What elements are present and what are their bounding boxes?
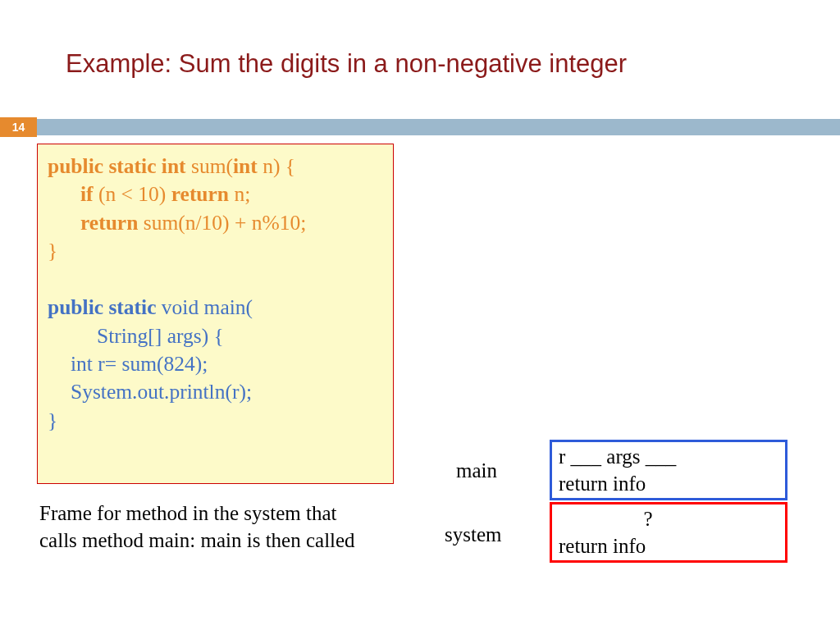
slide-title: Example: Sum the digits in a non-negativ… (66, 49, 627, 79)
code-line-1: public static int sum(int n) { (48, 153, 383, 180)
frame-system-question: ? (518, 506, 778, 533)
caption-text: Frame for method in the system that call… (39, 500, 368, 554)
code-line-10: } (48, 407, 383, 435)
code-line-blank (48, 266, 383, 294)
frame-system-return: return info (559, 533, 778, 560)
code-line-3: return sum(n/10) + n%10; (48, 209, 383, 237)
code-line-8: int r= sum(824); (48, 350, 383, 378)
code-block: public static int sum(int n) { if (n < 1… (37, 144, 394, 484)
stack-frame-main: r ___ args ___ return info (550, 440, 788, 500)
label-main: main (456, 459, 497, 482)
frame-main-return: return info (559, 471, 778, 498)
header-bar (0, 119, 840, 135)
code-line-6: public static void main( (48, 294, 383, 322)
code-line-7: String[] args) { (48, 322, 383, 350)
code-line-4: } (48, 237, 383, 265)
slide-number: 14 (0, 117, 37, 137)
code-line-2: if (n < 10) return n; (48, 180, 383, 208)
stack-frame-system: ? return info (550, 502, 788, 563)
code-line-9: System.out.println(r); (48, 378, 383, 406)
frame-main-vars: r ___ args ___ (559, 444, 778, 471)
label-system: system (445, 523, 501, 546)
